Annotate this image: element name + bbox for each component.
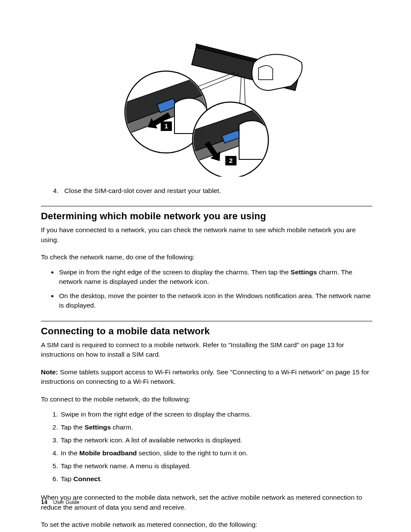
section1-lead: To check the network name, do one of the… <box>41 252 372 262</box>
step-item: Tap the network icon. A list of availabl… <box>60 435 372 445</box>
step-item: Tap the Settings charm. <box>60 422 372 432</box>
callout-2: 2 <box>229 157 232 164</box>
section-divider <box>41 321 372 321</box>
step-item: Tap Connect. <box>60 474 372 484</box>
page: 1 2 <box>0 0 411 532</box>
section1-bullets: Swipe in from the right edge of the scre… <box>58 268 372 311</box>
section2-lead: To connect to the mobile network, do the… <box>41 395 372 404</box>
section-divider <box>41 206 372 206</box>
step-4-text: Close the SIM-card-slot cover and restar… <box>64 187 221 194</box>
bullet-item: On the desktop, move the pointer to the … <box>58 291 372 311</box>
step-item: In the Mobile broadband section, slide t… <box>60 448 372 458</box>
section-title-connecting: Connecting to a mobile data network <box>41 326 372 337</box>
page-footer: 14 User Guide <box>41 499 79 505</box>
step-4-number: 4. <box>53 186 62 196</box>
section2-after1: When you are connected to the mobile dat… <box>41 493 372 512</box>
section1-intro: If you have connected to a network, you … <box>41 225 372 245</box>
page-number: 14 <box>41 499 47 505</box>
sim-card-figure: 1 2 <box>41 39 372 177</box>
step-4: 4. Close the SIM-card-slot cover and res… <box>53 186 372 196</box>
section-title-determining: Determining which mobile network you are… <box>41 211 372 222</box>
callout-1: 1 <box>164 122 168 130</box>
step-item: Tap the network name. A menu is displaye… <box>60 461 372 471</box>
section2-note: Note: Some tablets support access to Wi-… <box>41 367 372 387</box>
section2-after2: To set the active mobile network as mete… <box>41 520 372 529</box>
section2-steps: Swipe in from the right edge of the scre… <box>60 409 372 484</box>
step-item: Swipe in from the right edge of the scre… <box>60 409 372 420</box>
note-label: Note: <box>41 368 58 376</box>
bullet-item: Swipe in from the right edge of the scre… <box>58 268 372 287</box>
sim-install-illustration: 1 2 <box>110 39 304 177</box>
section2-intro: A SIM card is required to connect to a m… <box>41 340 372 360</box>
footer-label: User Guide <box>53 499 79 505</box>
